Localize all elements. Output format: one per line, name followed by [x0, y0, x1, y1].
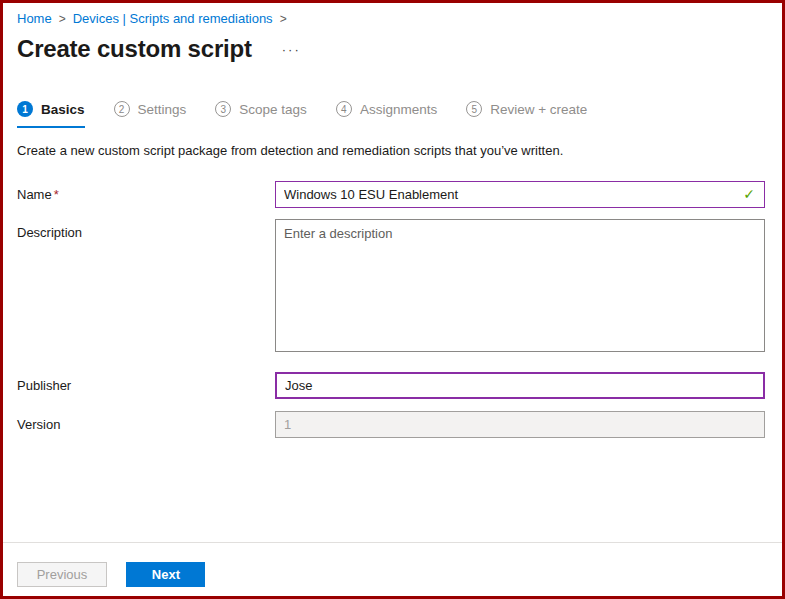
name-input[interactable] [275, 181, 765, 208]
wizard-footer: Previous Next [3, 542, 782, 596]
breadcrumb: Home > Devices | Scripts and remediation… [17, 11, 768, 26]
version-row: Version [17, 411, 768, 438]
step-label: Settings [138, 102, 187, 117]
step-label: Basics [41, 102, 85, 117]
name-label: Name* [17, 181, 275, 202]
breadcrumb-separator-icon: > [273, 12, 294, 26]
tab-settings[interactable]: 2 Settings [114, 101, 187, 126]
step-number-badge: 4 [336, 101, 352, 117]
title-row: Create custom script ··· [17, 35, 768, 63]
breadcrumb-home-link[interactable]: Home [17, 11, 52, 26]
next-button[interactable]: Next [126, 562, 205, 587]
description-label: Description [17, 219, 275, 240]
wizard-steps: 1 Basics 2 Settings 3 Scope tags 4 Assig… [17, 101, 768, 128]
version-input [275, 411, 765, 438]
publisher-input[interactable] [275, 372, 765, 399]
required-asterisk: * [54, 187, 59, 202]
step-label: Scope tags [239, 102, 307, 117]
breadcrumb-separator-icon: > [52, 12, 73, 26]
version-label: Version [17, 411, 275, 432]
breadcrumb-devices-scripts-link[interactable]: Devices | Scripts and remediations [73, 11, 273, 26]
more-actions-icon[interactable]: ··· [278, 40, 305, 59]
step-number-badge: 1 [17, 101, 33, 117]
step-number-badge: 2 [114, 101, 130, 117]
publisher-label: Publisher [17, 372, 275, 393]
valid-check-icon: ✓ [743, 186, 755, 202]
step-number-badge: 3 [215, 101, 231, 117]
step-label: Assignments [360, 102, 437, 117]
page-title: Create custom script [17, 35, 252, 63]
tab-assignments[interactable]: 4 Assignments [336, 101, 437, 126]
step-label: Review + create [490, 102, 587, 117]
tab-basics[interactable]: 1 Basics [17, 101, 85, 128]
tab-review-create[interactable]: 5 Review + create [466, 101, 587, 126]
previous-button[interactable]: Previous [17, 562, 107, 587]
basics-form: Name* ✓ Description Publisher [17, 181, 768, 438]
page-description: Create a new custom script package from … [17, 143, 768, 158]
description-textarea[interactable] [275, 219, 765, 352]
tab-scope-tags[interactable]: 3 Scope tags [215, 101, 307, 126]
publisher-row: Publisher [17, 372, 768, 399]
description-row: Description [17, 219, 768, 356]
create-custom-script-page: Home > Devices | Scripts and remediation… [0, 0, 785, 599]
step-number-badge: 5 [466, 101, 482, 117]
name-row: Name* ✓ [17, 181, 768, 208]
